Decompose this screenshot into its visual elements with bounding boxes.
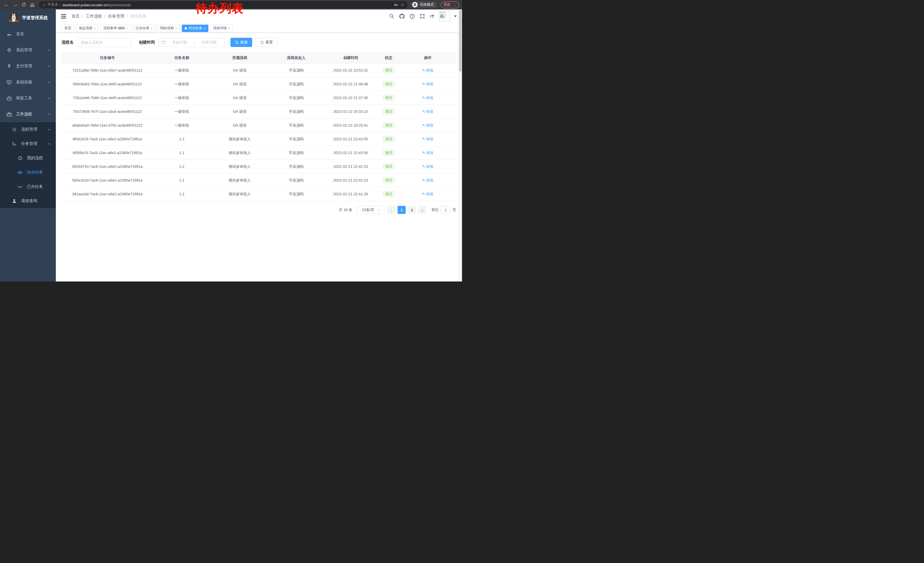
process-name-input[interactable] — [77, 38, 131, 47]
sidebar-item-todo-tasks[interactable]: 待办任务 — [0, 165, 56, 180]
avatar-dropdown-caret-icon[interactable] — [454, 15, 457, 17]
approve-link[interactable]: ✎审批 — [422, 82, 434, 87]
goto-page-input[interactable] — [441, 206, 451, 214]
page-content: 流程名 创建时间 开始日期 - 结束日期 搜索 — [56, 33, 462, 281]
tab-process-form-edit[interactable]: 流程表单-编辑× — [100, 25, 131, 32]
approve-link[interactable]: ✎审批 — [422, 95, 434, 101]
sidebar-item-done-tasks[interactable]: 已办任务 — [0, 180, 56, 194]
end-date-placeholder[interactable]: 结束日期 — [196, 40, 222, 45]
bookmark-star-icon[interactable]: ☆ — [400, 2, 404, 8]
cell-process: 测试多审批人 — [210, 192, 269, 197]
cell-initiator: 芋道源码 — [269, 68, 324, 73]
close-tab-icon[interactable]: × — [204, 27, 206, 30]
cell-process: 测试多审批人 — [210, 137, 269, 142]
search-button[interactable]: 搜索 — [230, 38, 252, 47]
sidebar-item-infrastructure[interactable]: 基础设施 — [0, 74, 56, 90]
close-tab-icon[interactable]: × — [94, 27, 96, 30]
breadcrumb-home[interactable]: 首页 — [72, 14, 80, 19]
sidebar-item-my-process[interactable]: 我的流程 — [0, 151, 56, 165]
cell-initiator: 芋道源码 — [269, 178, 324, 183]
close-tab-icon[interactable]: × — [126, 27, 128, 30]
browser-home-icon[interactable] — [28, 1, 36, 9]
approve-link[interactable]: ✎审批 — [422, 192, 434, 197]
sidebar-item-devtools[interactable]: 研发工具 — [0, 90, 56, 106]
browser-forward-icon[interactable]: → — [12, 1, 19, 9]
active-tab-dot — [184, 27, 187, 30]
help-question-icon[interactable]: ? — [410, 14, 415, 19]
sidebar-item-process-mgmt[interactable]: 流程管理 — [0, 122, 56, 137]
breadcrumb: 首页 / 工作流程 / 任务管理 / 待办任务 — [72, 14, 147, 19]
pencil-icon: ✎ — [422, 178, 425, 182]
next-page-button[interactable]: › — [418, 206, 426, 214]
sidebar-item-leave-query[interactable]: 请假查询 — [0, 194, 56, 208]
search-form: 流程名 创建时间 开始日期 - 结束日期 搜索 — [62, 38, 456, 47]
cell-task-name: 1.1 — [153, 178, 210, 182]
close-tab-icon[interactable]: × — [228, 27, 230, 30]
sidebar-item-workflow[interactable]: 工作流程 — [0, 106, 56, 122]
page-scrollbar[interactable] — [458, 9, 462, 281]
approve-link[interactable]: ✎审批 — [422, 150, 434, 156]
yen-icon: ¥ — [6, 64, 12, 68]
tab-home[interactable]: 首页 — [62, 25, 74, 32]
avatar[interactable] — [440, 11, 450, 21]
tab-start-process[interactable]: 发起流程× — [76, 25, 99, 32]
eye-closed-icon — [17, 185, 23, 188]
status-badge: 激活 — [383, 177, 395, 183]
cell-task-id: 75d72608-7b7f-11ec-a3c8-acde48001122 — [62, 110, 153, 114]
close-tab-icon[interactable]: × — [175, 27, 177, 30]
breadcrumb-workflow[interactable]: 工作流程 — [86, 14, 102, 19]
cell-task-name: 一级审批 — [153, 123, 210, 128]
cell-create-time: 2022-01-22 21:37:30 — [324, 96, 378, 100]
approve-link[interactable]: ✎审批 — [422, 164, 434, 169]
page-button-1[interactable]: 1 — [398, 206, 406, 214]
approve-link[interactable]: ✎审批 — [422, 123, 434, 128]
sidebar-item-label: 待办任务 — [27, 170, 43, 175]
chevron-up-icon — [48, 143, 51, 146]
github-icon[interactable] — [399, 14, 405, 19]
font-size-icon[interactable]: TT — [430, 14, 434, 18]
security-warning-label[interactable]: 不安全 — [48, 2, 58, 7]
breadcrumb-task-mgmt[interactable]: 任务管理 — [108, 14, 124, 19]
reset-button[interactable]: 重置 — [256, 38, 278, 47]
cell-initiator: 芋道源码 — [269, 192, 324, 197]
page-header: 首页 / 工作流程 / 任务管理 / 待办任务 ? — [56, 9, 462, 23]
approve-link[interactable]: ✎审批 — [422, 137, 434, 142]
sidebar-collapse-icon[interactable] — [60, 13, 67, 20]
pencil-icon: ✎ — [422, 192, 425, 196]
sidebar-item-task-mgmt[interactable]: 任务管理 — [0, 137, 56, 151]
col-header-actions: 操作 — [399, 55, 456, 60]
sidebar-item-home[interactable]: 首页 — [0, 26, 56, 42]
browser-back-icon[interactable]: ← — [3, 1, 10, 9]
create-time-range-picker[interactable]: 开始日期 - 结束日期 — [158, 38, 225, 47]
search-icon[interactable] — [389, 14, 394, 19]
update-label: 更新 — [443, 2, 450, 7]
url-text[interactable]: dashboard.yudao.iocoder.cn/bpm/task/todo — [62, 2, 131, 8]
tab-todo-tasks[interactable]: 待办任务× — [182, 25, 208, 32]
annotation-todo-list: 待办列表 — [195, 1, 244, 17]
sidebar-item-label: 流程管理 — [21, 127, 37, 132]
sidebar-item-system[interactable]: ⚙ 系统管理 — [0, 42, 56, 58]
tab-done-tasks[interactable]: 已办任务× — [133, 25, 155, 32]
page-size-select[interactable]: 10条/页 — [356, 206, 385, 214]
fullscreen-icon[interactable] — [420, 14, 425, 19]
approve-link[interactable]: ✎审批 — [422, 109, 434, 114]
close-tab-icon[interactable]: × — [151, 27, 153, 30]
tab-process-detail[interactable]: 流程详情× — [210, 25, 233, 32]
scrollbar-thumb[interactable] — [459, 10, 461, 72]
sidebar-item-label: 研发工具 — [16, 96, 32, 101]
approve-link[interactable]: ✎审批 — [422, 178, 434, 183]
tab-my-process[interactable]: 我的流程× — [157, 25, 180, 32]
start-date-placeholder[interactable]: 开始日期 — [167, 40, 192, 45]
browser-update-button[interactable]: 更新 ⋮ — [441, 2, 459, 8]
browser-menu-icon[interactable]: ⋮ — [453, 3, 456, 7]
app-logo-row[interactable]: 芋道管理系统 — [0, 9, 56, 26]
cell-initiator: 芋道源码 — [269, 150, 324, 156]
password-key-icon[interactable] — [394, 3, 399, 7]
sidebar-item-payment[interactable]: ¥ 支付管理 — [0, 58, 56, 74]
prev-page-button[interactable]: ‹ — [387, 206, 395, 214]
browser-reload-icon[interactable] — [20, 1, 27, 9]
approve-link[interactable]: ✎审批 — [422, 68, 434, 73]
list-icon — [12, 128, 17, 132]
cell-process: 测试多审批人 — [210, 178, 269, 183]
page-button-2[interactable]: 2 — [408, 206, 416, 214]
